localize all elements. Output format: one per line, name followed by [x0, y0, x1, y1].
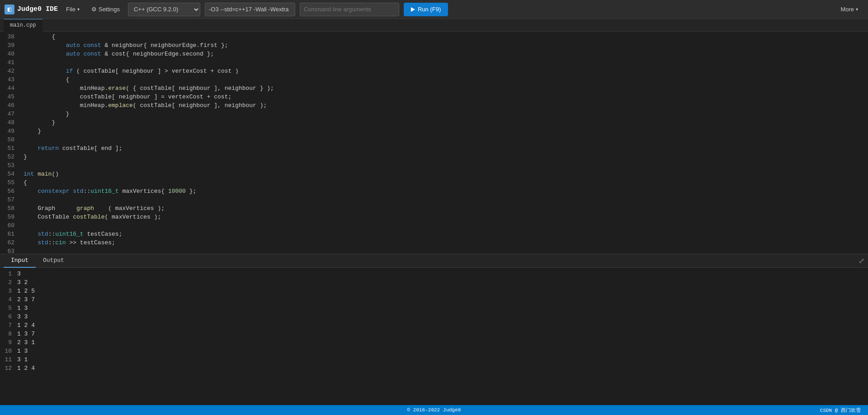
- list-item: 81 3 7: [4, 330, 864, 338]
- io-linenum: 9: [4, 338, 17, 347]
- file-menu-button[interactable]: File ▾: [62, 4, 83, 14]
- io-linenum: 10: [4, 347, 17, 355]
- io-linetext: 1 2 4: [17, 364, 35, 373]
- io-linetext: 2 3 1: [17, 338, 35, 347]
- output-tab-label: Output: [43, 257, 64, 264]
- file-label: File: [66, 6, 75, 13]
- io-linetext: 1 3: [17, 347, 28, 355]
- list-item: 42 3 7: [4, 295, 864, 304]
- io-linetext: 3: [17, 270, 21, 278]
- copyright-text: © 2016-2022 Judge0: [407, 407, 461, 413]
- list-item: 71 2 4: [4, 321, 864, 330]
- list-item: 92 3 1: [4, 338, 864, 347]
- io-linetext: 1 3 7: [17, 330, 35, 338]
- io-linetext: 1 3: [17, 304, 28, 312]
- statusbar: © 2016-2022 Judge0 CSDN @ 西门吹雪: [0, 405, 868, 415]
- list-item: 121 2 4: [4, 364, 864, 373]
- logo-icon: ◧: [5, 5, 14, 14]
- logo: ◧ Judge0 IDE: [5, 5, 58, 14]
- io-tabs: Input Output ⤢: [0, 254, 868, 268]
- io-linenum: 1: [4, 270, 17, 278]
- bottom-panel: Input Output ⤢ 1323 231 2 542 3 751 363 …: [0, 254, 868, 415]
- file-dropdown-arrow: ▾: [77, 7, 80, 12]
- io-linenum: 7: [4, 321, 17, 330]
- settings-gear-icon: ⚙: [91, 6, 97, 13]
- io-linenum: 12: [4, 364, 17, 373]
- io-linetext: 3 2: [17, 278, 28, 287]
- more-label: More: [840, 6, 854, 13]
- editor: 3839404142434445464748495051525354555657…: [0, 32, 868, 254]
- io-linetext: 1 2 4: [17, 321, 35, 330]
- list-item: 63 3: [4, 312, 864, 321]
- io-linenum: 5: [4, 304, 17, 312]
- language-select[interactable]: C++ (GCC 9.2.0): [128, 3, 200, 16]
- list-item: 51 3: [4, 304, 864, 312]
- user-info: CSDN @ 西门吹雪: [820, 407, 861, 414]
- io-linenum: 11: [4, 355, 17, 364]
- input-tab-label: Input: [11, 257, 28, 264]
- input-pane: 1323 231 2 542 3 751 363 371 2 481 3 792…: [0, 268, 868, 415]
- list-item: 23 2: [4, 278, 864, 287]
- io-linenum: 8: [4, 330, 17, 338]
- topbar: ◧ Judge0 IDE File ▾ ⚙ Settings C++ (GCC …: [0, 0, 868, 19]
- command-args-input[interactable]: [300, 3, 399, 16]
- list-item: 13: [4, 270, 864, 278]
- io-linenum: 2: [4, 278, 17, 287]
- settings-label: Settings: [99, 6, 120, 13]
- list-item: 101 3: [4, 347, 864, 355]
- tab-output[interactable]: Output: [36, 254, 71, 268]
- io-content: 1323 231 2 542 3 751 363 371 2 481 3 792…: [0, 268, 868, 415]
- more-button[interactable]: More ▾: [835, 4, 863, 14]
- logo-text: Judge0 IDE: [17, 5, 58, 13]
- play-icon: [411, 7, 415, 12]
- code-content[interactable]: { auto const & neighbour{ neighbourEdge.…: [19, 32, 868, 254]
- expand-icon[interactable]: ⤢: [859, 256, 864, 266]
- settings-menu-button[interactable]: ⚙ Settings: [88, 4, 123, 14]
- io-linetext: 2 3 7: [17, 295, 35, 304]
- line-numbers: 3839404142434445464748495051525354555657…: [0, 32, 19, 254]
- io-linenum: 6: [4, 312, 17, 321]
- tab-input[interactable]: Input: [4, 254, 36, 268]
- tabbar: main.cpp: [0, 19, 868, 32]
- io-linetext: 3 1: [17, 355, 28, 364]
- file-tab[interactable]: main.cpp: [4, 19, 42, 32]
- io-linetext: 3 3: [17, 312, 28, 321]
- io-linetext: 1 2 5: [17, 287, 35, 295]
- tab-filename: main.cpp: [10, 22, 36, 28]
- list-item: 31 2 5: [4, 287, 864, 295]
- io-linenum: 3: [4, 287, 17, 295]
- compiler-flags-input[interactable]: [205, 3, 295, 16]
- more-dropdown-arrow: ▾: [856, 7, 858, 12]
- run-button[interactable]: Run (F9): [404, 3, 448, 16]
- io-linenum: 4: [4, 295, 17, 304]
- run-label: Run (F9): [418, 6, 441, 13]
- code-container: 3839404142434445464748495051525354555657…: [0, 32, 868, 254]
- list-item: 113 1: [4, 355, 864, 364]
